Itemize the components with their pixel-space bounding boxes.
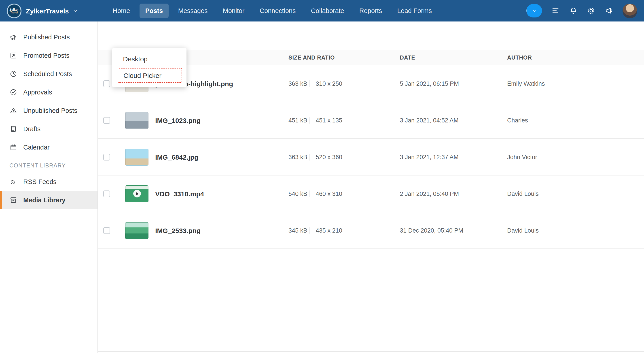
clock-icon	[10, 70, 18, 78]
document-icon	[10, 125, 18, 133]
row-checkbox[interactable]	[103, 80, 110, 87]
sidebar-label: Scheduled Posts	[23, 70, 72, 77]
media-row[interactable]: IMG_1023.png 451 kB 451 x 135 3 Jan 2021…	[98, 102, 644, 139]
media-row[interactable]: IMG_2533.png 345 kB 435 x 210 31 Dec 202…	[98, 212, 644, 249]
sidebar-label: Calendar	[23, 144, 50, 151]
logo-text-bottom: Travel	[10, 11, 18, 14]
new-post-button[interactable]: New Post	[526, 4, 542, 18]
media-ratio: 520 x 360	[316, 154, 342, 160]
row-checkbox[interactable]	[103, 117, 110, 124]
nav-messages[interactable]: Messages	[172, 4, 213, 18]
media-date: 3 Jan 2021, 12:37 AM	[400, 154, 459, 160]
column-divider	[309, 190, 310, 197]
media-date: 5 Jan 2021, 06:15 PM	[400, 80, 459, 87]
media-author: Charles	[507, 117, 528, 124]
header-date: DATE	[400, 54, 415, 61]
sidebar-label: Published Posts	[23, 33, 70, 41]
play-icon	[133, 190, 141, 197]
media-size: 363 kB	[288, 154, 307, 160]
media-name: IMG_6842.jpg	[155, 153, 198, 161]
sidebar-item-drafts[interactable]: Drafts	[0, 120, 98, 138]
nav-lead-forms[interactable]: Lead Forms	[391, 4, 438, 18]
menu-item-desktop[interactable]: Desktop	[112, 51, 186, 67]
media-name: VDO_3310.mp4	[155, 190, 204, 197]
nav-collaborate[interactable]: Collaborate	[305, 4, 350, 18]
media-ratio: 310 x 250	[316, 80, 342, 87]
media-size: 363 kB	[288, 80, 307, 87]
media-ratio: 435 x 210	[316, 227, 342, 234]
sidebar-label: Promoted Posts	[23, 52, 69, 59]
media-thumbnail	[125, 148, 148, 165]
sidebar-label: Media Library	[23, 196, 66, 203]
primary-nav: Home Posts Messages Monitor Connections …	[107, 4, 438, 18]
media-date: 3 Jan 2021, 04:52 AM	[400, 117, 459, 124]
media-size: 345 kB	[288, 227, 307, 234]
sidebar-item-scheduled-posts[interactable]: Scheduled Posts	[0, 65, 98, 83]
section-label: CONTENT LIBRARY	[10, 163, 66, 169]
brand-logo: Zylker Travel	[7, 3, 22, 18]
app-window: Zylker Travel ZylkerTravels Home Posts M…	[0, 0, 644, 353]
sidebar-item-calendar[interactable]: Calendar	[0, 138, 98, 156]
column-divider	[309, 227, 310, 234]
media-date: 2 Jan 2021, 05:40 PM	[400, 190, 459, 197]
sidebar-item-unpublished-posts[interactable]: Unpublished Posts	[0, 101, 98, 120]
media-size: 540 kB	[288, 190, 307, 197]
check-circle-icon	[10, 88, 18, 96]
media-author: John Victor	[507, 154, 537, 160]
sidebar-item-published-posts[interactable]: Published Posts	[0, 28, 98, 46]
section-divider	[70, 165, 90, 166]
media-row[interactable]: IMG_6842.jpg 363 kB 520 x 360 3 Jan 2021…	[98, 139, 644, 175]
media-ratio: 460 x 310	[316, 190, 342, 197]
media-author: David Louis	[507, 190, 539, 197]
media-size: 451 kB	[288, 117, 307, 124]
media-ratio: 451 x 135	[316, 117, 342, 124]
nav-monitor[interactable]: Monitor	[217, 4, 250, 18]
top-navigation-bar: Zylker Travel ZylkerTravels Home Posts M…	[0, 0, 644, 22]
row-checkbox[interactable]	[103, 154, 110, 160]
media-date: 31 Dec 2020, 05:40 PM	[400, 227, 463, 234]
sidebar-item-media-library[interactable]: Media Library	[0, 191, 98, 209]
sidebar-item-approvals[interactable]: Approvals	[0, 83, 98, 101]
row-checkbox[interactable]	[103, 190, 110, 197]
column-divider	[309, 117, 310, 124]
user-avatar[interactable]	[622, 3, 637, 18]
activity-feed-icon[interactable]	[551, 6, 560, 15]
column-divider	[309, 154, 310, 160]
row-checkbox[interactable]	[103, 227, 110, 234]
brand-name: ZylkerTravels	[26, 7, 69, 15]
media-thumbnail	[125, 185, 148, 202]
sidebar-section-content-library: CONTENT LIBRARY	[0, 163, 98, 169]
media-row[interactable]: VDO_3310.mp4 540 kB 460 x 310 2 Jan 2021…	[98, 175, 644, 212]
logo-text-top: Zylker	[10, 8, 18, 11]
media-author: Emily Watkins	[507, 80, 545, 87]
brand-switcher[interactable]: Zylker Travel ZylkerTravels	[0, 3, 98, 18]
sidebar-label: Approvals	[23, 88, 52, 96]
media-author: David Louis	[507, 227, 539, 234]
menu-item-cloud-picker[interactable]: Cloud Picker	[118, 68, 182, 83]
left-sidebar: Published Posts Promoted Posts Scheduled…	[0, 22, 98, 353]
column-divider	[309, 80, 310, 87]
notifications-bell-icon[interactable]	[569, 6, 578, 15]
nav-posts[interactable]: Posts	[139, 4, 168, 18]
calendar-icon	[10, 143, 18, 151]
media-library-icon	[10, 196, 18, 204]
upload-media-menu: Desktop Cloud Picker	[112, 48, 186, 87]
nav-connections[interactable]: Connections	[254, 4, 302, 18]
promote-arrow-icon	[10, 51, 18, 59]
nav-home[interactable]: Home	[107, 4, 136, 18]
media-name: IMG_1023.png	[155, 116, 200, 124]
nav-reports[interactable]: Reports	[354, 4, 388, 18]
megaphone-icon	[10, 33, 18, 41]
media-thumbnail	[125, 112, 148, 129]
sidebar-item-rss-feeds[interactable]: RSS Feeds	[0, 172, 98, 191]
header-author: AUTHOR	[507, 54, 532, 61]
sidebar-label: Unpublished Posts	[23, 107, 77, 114]
topbar-actions: New Post	[526, 3, 644, 18]
settings-gear-icon[interactable]	[587, 6, 596, 15]
chevron-down-icon	[73, 9, 78, 13]
sidebar-item-promoted-posts[interactable]: Promoted Posts	[0, 46, 98, 65]
sidebar-label: RSS Feeds	[23, 178, 56, 185]
header-size-ratio: SIZE AND RATIO	[288, 54, 335, 61]
announcements-megaphone-icon[interactable]	[605, 6, 614, 15]
new-post-dropdown-toggle[interactable]	[527, 4, 542, 18]
